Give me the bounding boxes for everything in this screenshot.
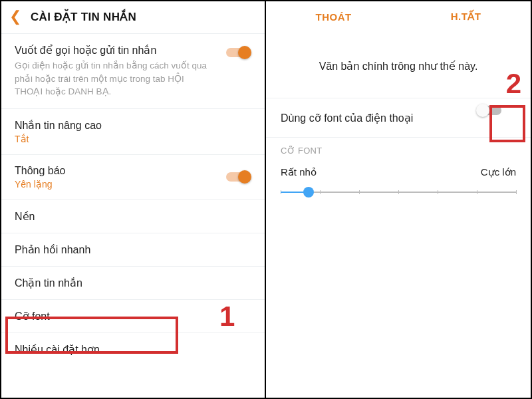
slider-labels: Rất nhỏ Cực lớn [266, 160, 531, 181]
setting-desc: Gọi điện hoặc gửi tin nhắn bằng cách vuố… [15, 59, 251, 98]
setting-sub: Yên lặng [15, 179, 251, 190]
header-title: CÀI ĐẶT TIN NHẮN [31, 10, 136, 24]
font-size-panel: THOÁT H.TẤT Văn bản chính trông như thế … [266, 1, 531, 398]
setting-notifications[interactable]: Thông báo Yên lặng [1, 155, 265, 200]
use-phone-font-row[interactable]: Dùng cỡ font của điện thoại [266, 98, 531, 138]
setting-font-size[interactable]: Cỡ font [1, 300, 265, 333]
slider-min-label: Rất nhỏ [281, 166, 317, 178]
setting-more[interactable]: Nhiều cài đặt hơn [1, 333, 265, 366]
preview-text: Văn bản chính trông như thế này. [319, 61, 478, 72]
setting-title: Nhiều cài đặt hơn [15, 343, 251, 356]
setting-background[interactable]: Nền [1, 200, 265, 233]
preview-area: Văn bản chính trông như thế này. [266, 32, 531, 98]
setting-title: Thông báo [15, 165, 251, 177]
setting-quick-reply[interactable]: Phản hồi nhanh [1, 233, 265, 267]
slider-max-label: Cực lớn [481, 166, 516, 178]
font-size-slider[interactable] [266, 181, 531, 198]
toggle-notifications[interactable] [225, 170, 251, 184]
setting-title: Nền [15, 210, 251, 223]
setting-title: Nhắn tin nâng cao [15, 119, 251, 132]
setting-block-messages[interactable]: Chặn tin nhắn [1, 267, 265, 300]
setting-advanced-messaging[interactable]: Nhắn tin nâng cao Tắt [1, 109, 265, 155]
setting-swipe[interactable]: Vuốt để gọi hoặc gửi tin nhắn Gọi điện h… [1, 33, 265, 109]
back-icon[interactable]: ❮ [9, 9, 21, 24]
setting-title: Cỡ font [15, 310, 251, 323]
toggle-swipe[interactable] [225, 45, 251, 60]
toggle-use-phone-font[interactable] [476, 103, 503, 118]
settings-panel: ❮ CÀI ĐẶT TIN NHẮN Vuốt để gọi hoặc gửi … [1, 1, 266, 398]
header: THOÁT H.TẤT [266, 1, 531, 32]
setting-sub: Tắt [15, 134, 251, 144]
setting-title: Chặn tin nhắn [15, 277, 251, 289]
setting-title: Phản hồi nhanh [15, 243, 251, 256]
use-phone-font-label: Dùng cỡ font của điện thoại [281, 112, 413, 124]
done-button[interactable]: H.TẤT [451, 11, 481, 23]
header: ❮ CÀI ĐẶT TIN NHẮN [1, 1, 265, 33]
setting-title: Vuốt để gọi hoặc gửi tin nhắn [15, 44, 251, 57]
cancel-button[interactable]: THOÁT [316, 11, 352, 23]
font-size-section-label: CỠ FONT [266, 138, 531, 160]
slider-thumb[interactable] [303, 187, 314, 198]
